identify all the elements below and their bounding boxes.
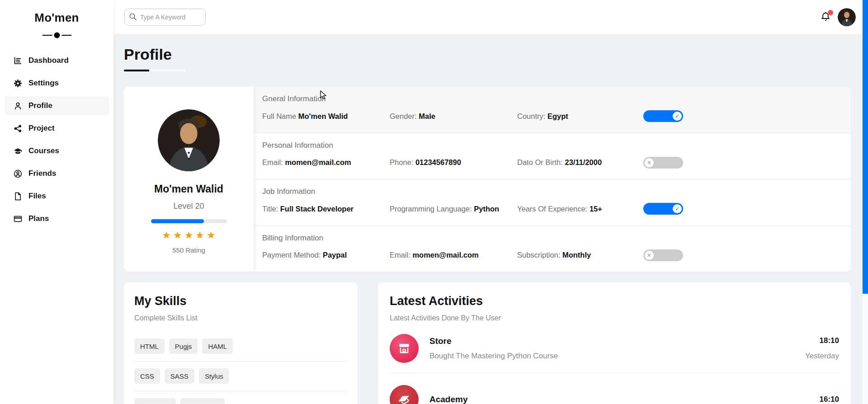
notifications-button[interactable] bbox=[820, 11, 831, 23]
search-icon bbox=[129, 13, 137, 21]
level-progress-fill bbox=[151, 219, 204, 223]
cross-icon: ✕ bbox=[647, 252, 651, 258]
field-gender: Gender: Male bbox=[390, 112, 517, 121]
profile-summary: Mo'men Walid Level 20 ★★★★★ 550 Rating bbox=[124, 87, 254, 272]
skill-chip: Stylus bbox=[199, 368, 229, 384]
sidebar-item-label: Courses bbox=[28, 146, 59, 155]
skill-chip bbox=[134, 398, 176, 404]
activity-time: 18:10 bbox=[805, 336, 839, 345]
dashboard-chart-icon bbox=[14, 56, 22, 65]
user-icon bbox=[14, 102, 22, 110]
profile-photo bbox=[158, 109, 220, 171]
info-row-job: Job Information Title: Full Stack Develo… bbox=[254, 179, 851, 225]
divider bbox=[390, 373, 839, 373]
toggle-switch-personal[interactable]: ✕ bbox=[643, 157, 683, 169]
sidebar-item-label: Project bbox=[28, 124, 55, 133]
activity-app-name: Academy bbox=[429, 395, 809, 404]
section-title: Billing Information bbox=[262, 234, 851, 243]
check-icon: ✓ bbox=[675, 206, 679, 212]
scrollbar-track[interactable] bbox=[863, 0, 868, 404]
profile-info-sections: Gneral Information Full Name Mo'men Wali… bbox=[254, 87, 851, 272]
search-box bbox=[124, 9, 206, 26]
skill-chip bbox=[180, 398, 225, 404]
activity-item-academy: Academy 16:10 bbox=[390, 385, 839, 404]
field-billing-email: Email: momen@mail.com bbox=[390, 251, 517, 259]
top-header bbox=[113, 0, 868, 34]
gear-icon bbox=[14, 79, 22, 88]
sidebar-item-courses[interactable]: Courses bbox=[5, 141, 109, 160]
sidebar-nav: Dashboard Settings Profile Project Cours… bbox=[0, 51, 113, 228]
section-title: Gneral Information bbox=[262, 94, 851, 103]
user-circle-icon bbox=[14, 169, 22, 178]
info-row-general: Gneral Information Full Name Mo'men Wali… bbox=[254, 87, 851, 133]
notification-dot bbox=[828, 10, 833, 15]
toggle-switch-job[interactable]: ✓ bbox=[643, 203, 683, 215]
sidebar-item-dashboard[interactable]: Dashboard bbox=[5, 51, 109, 70]
skill-chip: SASS bbox=[165, 368, 194, 384]
toggle-switch-billing[interactable]: ✕ bbox=[643, 249, 683, 261]
file-icon bbox=[14, 192, 22, 201]
sidebar: Mo'men Dashboard Settings Profile Projec… bbox=[0, 0, 113, 404]
logo-separator bbox=[42, 35, 71, 36]
scrollbar-thumb[interactable] bbox=[863, 0, 868, 294]
user-avatar[interactable] bbox=[838, 8, 856, 26]
main-content: Profile Mo'men Walid Level 20 ★★★★★ 550 … bbox=[113, 34, 863, 404]
header-actions bbox=[820, 8, 856, 26]
toggle-switch-general[interactable]: ✓ bbox=[643, 110, 683, 122]
sidebar-item-label: Friends bbox=[28, 169, 56, 178]
divider bbox=[134, 391, 347, 391]
academy-icon bbox=[390, 385, 419, 404]
check-icon: ✓ bbox=[675, 113, 679, 119]
section-title: Job Information bbox=[262, 187, 851, 196]
sidebar-item-profile[interactable]: Profile bbox=[5, 96, 109, 115]
sidebar-item-plans[interactable]: Plans bbox=[5, 209, 109, 228]
sidebar-item-label: Files bbox=[28, 192, 46, 201]
profile-rating: 550 Rating bbox=[172, 246, 205, 254]
my-skills-card: My Skills Complete Skills List HTML Pugj… bbox=[124, 282, 358, 404]
field-job-title: Title: Full Stack Developer bbox=[262, 205, 390, 213]
field-phone: Phone: 01234567890 bbox=[390, 158, 517, 167]
activity-item-store: Store Bought The Mastering Python Course… bbox=[390, 334, 839, 363]
skill-chip: CSS bbox=[134, 368, 160, 384]
activities-subtitle: Latest Activities Done By The User bbox=[390, 314, 839, 322]
sidebar-item-label: Plans bbox=[28, 214, 49, 223]
latest-activities-card: Latest Activities Latest Activities Done… bbox=[378, 282, 851, 404]
activity-time: 16:10 bbox=[820, 395, 839, 404]
field-date-of-birth: Dato Or Birth: 23/11/2000 bbox=[517, 158, 643, 167]
rating-stars: ★★★★★ bbox=[160, 230, 218, 241]
field-full-name: Full Name Mo'men Walid bbox=[262, 112, 390, 121]
section-title: Personal Information bbox=[262, 141, 851, 150]
level-progress-bar bbox=[151, 219, 227, 223]
field-subscription: Subscription: Monthly bbox=[517, 251, 643, 259]
page-title: Profile bbox=[124, 46, 851, 63]
skill-chip: Pugjs bbox=[169, 338, 198, 354]
activities-title: Latest Activities bbox=[390, 294, 839, 308]
credit-card-icon bbox=[14, 215, 22, 223]
sidebar-item-settings[interactable]: Settings bbox=[5, 74, 109, 93]
sidebar-item-project[interactable]: Project bbox=[5, 119, 109, 138]
sidebar-item-files[interactable]: Files bbox=[5, 187, 109, 206]
title-underline bbox=[124, 70, 185, 71]
activity-description: Bought The Mastering Python Course bbox=[429, 352, 794, 361]
sidebar-item-label: Settings bbox=[28, 79, 59, 88]
field-programming-language: Programming Language: Python bbox=[390, 205, 517, 213]
skill-chip: HAML bbox=[202, 338, 233, 354]
sidebar-item-label: Dashboard bbox=[28, 56, 69, 65]
skills-subtitle: Complete Skills List bbox=[134, 314, 347, 322]
field-payment-method: Payment Method: Paypal bbox=[262, 251, 390, 259]
info-row-billing: Billing Information Payment Method: Payp… bbox=[254, 225, 851, 272]
sidebar-item-friends[interactable]: Friends bbox=[5, 164, 109, 183]
cross-icon: ✕ bbox=[647, 160, 651, 166]
profile-overview-card: Mo'men Walid Level 20 ★★★★★ 550 Rating G… bbox=[124, 87, 851, 272]
activity-app-name: Store bbox=[429, 336, 794, 346]
skills-title: My Skills bbox=[134, 294, 347, 308]
profile-level: Level 20 bbox=[173, 202, 204, 211]
field-country: Country: Egypt bbox=[517, 112, 643, 121]
profile-name: Mo'men Walid bbox=[154, 183, 223, 195]
activity-date: Yesterday bbox=[805, 352, 839, 361]
store-icon bbox=[390, 334, 419, 363]
app-logo: Mo'men bbox=[0, 0, 113, 25]
info-row-personal: Personal Information Email: momen@mail.c… bbox=[254, 133, 851, 179]
field-email: Email: momen@mail.com bbox=[262, 158, 390, 167]
skill-chip: HTML bbox=[134, 338, 165, 354]
